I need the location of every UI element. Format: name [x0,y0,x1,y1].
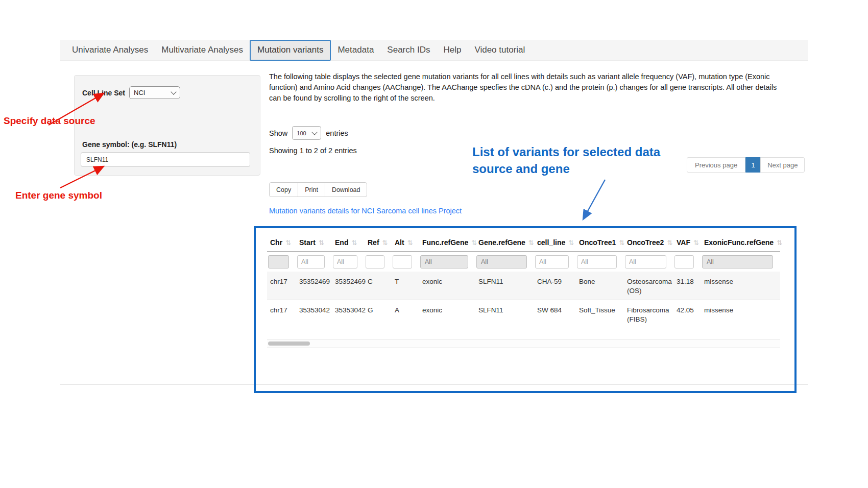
gene-refgene-filter-select[interactable]: All [476,255,527,269]
column-header-ref[interactable]: Ref⇅ [365,234,392,252]
column-header-chr[interactable]: Chr⇅ [267,234,296,252]
show-label: Show [269,129,287,137]
header-row: Chr⇅ Start⇅ End⇅ Ref⇅ Alt⇅ Func.refGene⇅… [267,234,780,252]
table-cell: C [365,272,392,300]
table-cell: 35352469 [296,272,332,300]
cell-line-filter-input[interactable] [535,255,569,269]
next-page-button[interactable]: Next page [760,157,805,173]
sort-icon[interactable]: ⇅ [777,239,782,247]
tab-univariate-analyses[interactable]: Univariate Analyses [65,40,155,61]
table-cell: 35353042 [296,300,332,329]
column-header-end[interactable]: End⇅ [332,234,365,252]
filter-value: All [425,258,432,265]
current-page-button[interactable]: 1 [745,157,761,173]
download-button[interactable]: Download [325,182,368,197]
column-header-label: VAF [677,238,690,247]
vaf-filter-input[interactable] [674,255,694,269]
table-cell: SW 684 [534,300,576,329]
column-header-label: Gene.refGene [478,238,525,247]
table-cell: chr17 [267,272,296,300]
column-header-start[interactable]: Start⇅ [296,234,332,252]
func-refgene-filter-select[interactable]: All [420,255,468,269]
sort-icon[interactable]: ⇅ [285,239,291,247]
column-header-func-refgene[interactable]: Func.refGene⇅ [419,234,475,252]
annotation-highlight-box: Chr⇅ Start⇅ End⇅ Ref⇅ Alt⇅ Func.refGene⇅… [254,226,797,393]
table-cell: SLFN11 [475,300,534,329]
cell-line-set-select[interactable]: NCI [129,86,180,99]
sort-icon[interactable]: ⇅ [619,239,624,247]
arrow-to-variants-table [584,180,605,218]
sort-icon[interactable]: ⇅ [319,239,324,247]
tab-help[interactable]: Help [437,40,468,61]
horizontal-scrollbar-thumb[interactable] [268,341,310,346]
column-header-label: Chr [270,238,282,247]
column-header-label: Alt [395,238,404,247]
table-cell: 35353042 [332,300,365,329]
annotation-enter-gene-symbol: Enter gene symbol [15,190,102,201]
gene-symbol-input[interactable] [81,152,250,167]
filter-row: All All All [267,252,780,272]
table-row[interactable]: chr17 35352469 35352469 C T exonic SLFN1… [267,272,780,300]
column-header-alt[interactable]: Alt⇅ [392,234,419,252]
input-panel: Cell Line Set NCI Gene symbol: (e.g. SLF… [74,75,260,176]
column-header-label: Func.refGene [422,238,468,247]
start-filter-input[interactable] [297,255,325,269]
cell-line-set-label: Cell Line Set [82,89,125,97]
ref-filter-input[interactable] [366,255,384,269]
sort-icon[interactable]: ⇅ [471,239,477,247]
oncotree2-filter-input[interactable] [625,255,666,269]
table-cell: A [392,300,419,329]
table-cell: Fibrosarcoma (FIBS) [624,300,673,329]
horizontal-scrollbar-track[interactable] [267,339,780,348]
column-header-exonicfunc-refgene[interactable]: ExonicFunc.refGene⇅ [701,234,780,252]
sort-icon[interactable]: ⇅ [568,239,574,247]
column-header-label: OncoTree2 [627,238,664,247]
tab-mutation-variants[interactable]: Mutation variants [250,40,331,61]
sort-icon[interactable]: ⇅ [693,239,699,247]
column-header-label: ExonicFunc.refGene [704,238,774,247]
sort-icon[interactable]: ⇅ [382,239,388,247]
tab-multivariate-analyses[interactable]: Multivariate Analyses [155,40,250,61]
copy-button[interactable]: Copy [269,182,298,197]
chr-filter-select[interactable] [268,255,289,269]
table-cell: CHA-59 [534,272,576,300]
table-cell: 31.18 [673,272,701,300]
table-cell: G [365,300,392,329]
table-cell: 42.05 [673,300,701,329]
tab-search-ids[interactable]: Search IDs [380,40,437,61]
end-filter-input[interactable] [333,255,357,269]
column-header-vaf[interactable]: VAF⇅ [673,234,701,252]
table-title-link[interactable]: Mutation variants details for NCI Sarcom… [269,207,462,215]
print-button[interactable]: Print [298,182,325,197]
previous-page-button[interactable]: Previous page [687,157,745,173]
alt-filter-input[interactable] [393,255,412,269]
table-cell: Bone [576,272,624,300]
page-length-select[interactable]: 100 [292,126,321,140]
export-button-group: Copy Print Download [269,182,367,197]
sort-icon[interactable]: ⇅ [528,239,534,247]
tab-metadata[interactable]: Metadata [331,40,380,61]
column-header-oncotree1[interactable]: OncoTree1⇅ [576,234,624,252]
table-row[interactable]: chr17 35353042 35353042 G A exonic SLFN1… [267,300,780,329]
column-header-oncotree2[interactable]: OncoTree2⇅ [624,234,673,252]
sort-icon[interactable]: ⇅ [667,239,672,247]
sort-icon[interactable]: ⇅ [351,239,357,247]
tab-video-tutorial[interactable]: Video tutorial [468,40,532,61]
column-header-label: Ref [368,238,379,247]
column-header-label: cell_line [537,238,565,247]
table-cell: exonic [419,272,475,300]
sort-icon[interactable]: ⇅ [407,239,413,247]
exonicfunc-filter-select[interactable]: All [702,255,773,269]
column-header-cell-line[interactable]: cell_line⇅ [534,234,576,252]
page-length-control: Show 100 entries [269,126,348,140]
table-cell: missense [701,300,780,329]
table-cell: chr17 [267,300,296,329]
column-header-gene-refgene[interactable]: Gene.refGene⇅ [475,234,534,252]
table-cell: SLFN11 [475,272,534,300]
cell-line-set-selected-value: NCI [134,89,145,96]
column-header-label: Start [299,238,316,247]
table-cell: Osteosarcoma (OS) [624,272,673,300]
column-header-label: OncoTree1 [579,238,616,247]
oncotree1-filter-input[interactable] [577,255,617,269]
table-cell: 35352469 [332,272,365,300]
